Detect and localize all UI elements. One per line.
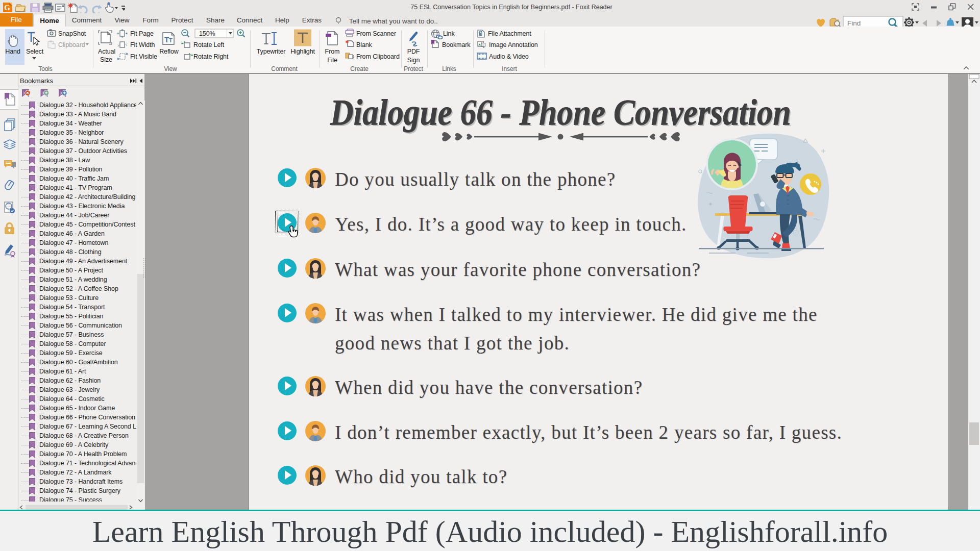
svg-text:Find: Find xyxy=(847,19,861,27)
svg-text:Fit Page: Fit Page xyxy=(130,30,154,37)
svg-text:Insert: Insert xyxy=(502,65,517,72)
svg-text:150%: 150% xyxy=(199,30,215,37)
svg-text:Comment: Comment xyxy=(271,65,298,72)
svg-text:Sign: Sign xyxy=(407,57,420,64)
svg-text:Protect: Protect xyxy=(404,65,423,72)
svg-text:PDF: PDF xyxy=(407,48,420,55)
svg-text:Audio & Video: Audio & Video xyxy=(489,53,529,60)
svg-text:Actual: Actual xyxy=(98,48,115,55)
svg-text:View: View xyxy=(164,65,177,72)
svg-text:Select: Select xyxy=(26,48,44,55)
svg-text:Highlight: Highlight xyxy=(290,48,315,55)
svg-text:Link: Link xyxy=(443,30,455,37)
svg-text:Fit Visible: Fit Visible xyxy=(130,53,157,60)
svg-text:Rotate Left: Rotate Left xyxy=(193,41,225,48)
svg-text:Rotate Right: Rotate Right xyxy=(193,53,229,60)
svg-text:From Clipboard: From Clipboard xyxy=(356,53,400,60)
svg-text:T: T xyxy=(169,37,173,43)
svg-text:Bookmark: Bookmark xyxy=(442,41,471,48)
svg-text:G: G xyxy=(4,4,10,12)
svg-text:Links: Links xyxy=(442,65,456,72)
svg-text:Typewriter: Typewriter xyxy=(257,48,286,55)
svg-text:SnapShot: SnapShot xyxy=(58,30,86,37)
svg-text:Fit Width: Fit Width xyxy=(130,41,155,48)
svg-text:T: T xyxy=(164,35,169,44)
svg-text:Clipboard: Clipboard xyxy=(58,41,85,48)
svg-text:Reflow: Reflow xyxy=(159,48,179,55)
svg-text:File Attachment: File Attachment xyxy=(488,30,531,37)
svg-text:Create: Create xyxy=(350,65,369,72)
svg-text:Size: Size xyxy=(100,56,112,63)
svg-text:Hand: Hand xyxy=(5,48,20,55)
svg-text:Image Annotation: Image Annotation xyxy=(489,41,538,48)
svg-text:Blank: Blank xyxy=(356,41,373,48)
svg-text:From: From xyxy=(325,48,340,55)
svg-text:Tools: Tools xyxy=(38,65,53,72)
svg-text:From Scanner: From Scanner xyxy=(356,30,396,37)
svg-text:File: File xyxy=(327,57,337,64)
